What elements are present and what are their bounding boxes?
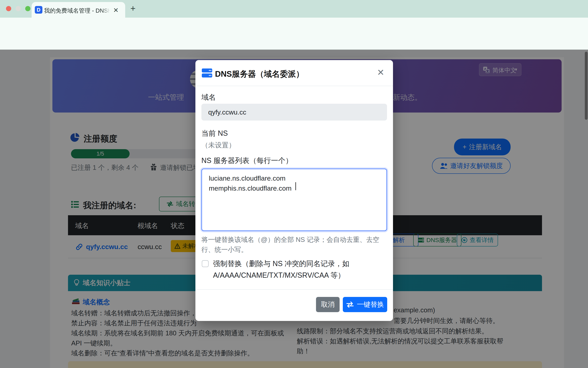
screen: D 我的免费域名管理 - DNSHE.CC ✕ + my.dnshe.com/i… bbox=[0, 0, 588, 368]
bookmarks-bar: 所有书签 bbox=[0, 35, 588, 50]
ns-help-text: 将一键替换该域名（@）的全部 NS 记录；会自动去重、去空行、统一小写。 bbox=[202, 235, 387, 255]
current-ns-value: （未设置） bbox=[202, 140, 235, 150]
dns-server-icon bbox=[202, 68, 212, 78]
domain-readonly-input[interactable]: qyfy.ccwu.cc bbox=[202, 104, 387, 120]
browser-toolbar: my.dnshe.com/index.php?m=domain_hub bbox=[0, 18, 588, 35]
domain-label: 域名 bbox=[202, 92, 216, 102]
tab-title: 我的免费域名管理 - DNSHE.CC bbox=[44, 7, 110, 15]
text-caret bbox=[295, 182, 296, 190]
window-minimize-button[interactable] bbox=[16, 6, 21, 11]
ns-list-label: NS 服务器列表（每行一个） bbox=[202, 156, 293, 166]
cancel-button[interactable]: 取消 bbox=[316, 297, 340, 312]
tab-close-icon[interactable]: ✕ bbox=[113, 6, 119, 14]
modal-header: DNS服务器（域名委派） ✕ bbox=[195, 60, 393, 86]
ns-list-textarea[interactable]: luciane.ns.cloudflare.com memphis.ns.clo… bbox=[202, 169, 387, 231]
browser-tab[interactable]: D 我的免费域名管理 - DNSHE.CC ✕ bbox=[32, 2, 125, 18]
new-tab-button[interactable]: + bbox=[130, 4, 136, 13]
modal-title: DNS服务器（域名委派） bbox=[215, 68, 304, 80]
close-icon[interactable]: ✕ bbox=[377, 67, 384, 77]
window-close-button[interactable] bbox=[6, 6, 11, 11]
submit-replace-button[interactable]: 一键替换 bbox=[343, 297, 387, 312]
current-ns-label: 当前 NS bbox=[202, 129, 228, 138]
window-zoom-button[interactable] bbox=[25, 6, 30, 11]
force-replace-label: 强制替换（删除与 NS 冲突的同名记录，如 A/AAAA/CNAME/TXT/M… bbox=[213, 258, 381, 281]
force-replace-checkbox[interactable] bbox=[202, 260, 209, 267]
tab-strip: D 我的免费域名管理 - DNSHE.CC ✕ + bbox=[0, 0, 588, 18]
swap-icon bbox=[346, 302, 354, 308]
site-favicon-icon: D bbox=[35, 6, 42, 14]
dns-modal: DNS服务器（域名委派） ✕ 域名 qyfy.ccwu.cc 当前 NS （未设… bbox=[195, 60, 393, 321]
modal-footer: 取消 一键替换 bbox=[195, 289, 393, 321]
